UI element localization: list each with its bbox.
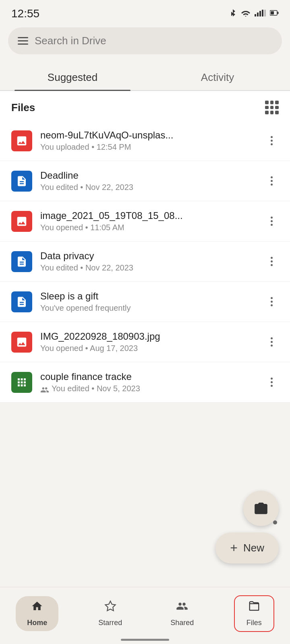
file-name: Sleep is a gift [40,291,264,302]
svg-rect-6 [278,12,279,14]
list-item[interactable]: Deadline You edited • Nov 22, 2023 [0,161,290,201]
nav-label-shared: Shared [170,619,194,627]
more-options-button[interactable] [264,254,279,269]
file-info: Sleep is a gift You've opened frequently [40,291,264,313]
nav-label-starred: Starred [98,619,122,627]
svg-rect-1 [257,12,259,17]
list-item[interactable]: image_2021_05_19T08_15_08... You opened … [0,201,290,242]
file-icon-image [11,130,32,151]
star-icon [104,600,116,615]
menu-icon[interactable] [18,37,28,45]
file-icon-image [11,211,32,232]
file-meta: You opened • Aug 17, 2023 [40,344,264,353]
shared-indicator-icon [40,385,49,392]
status-icons [229,8,279,19]
more-options-button[interactable] [264,295,279,309]
file-meta: You edited • Nov 22, 2023 [40,263,264,272]
file-name: Data privacy [40,250,264,262]
file-name: neom-9uL7tKuVAqO-unsplas... [40,130,264,141]
file-name: couple finance tracke [40,371,264,382]
plus-icon: + [230,541,238,555]
file-icon-doc [11,171,32,192]
tab-activity[interactable]: Activity [145,62,290,90]
file-info: image_2021_05_19T08_15_08... You opened … [40,210,264,232]
signal-icon [255,9,266,19]
battery-icon [270,9,279,19]
more-options-button[interactable] [264,174,279,188]
file-icon-sheets [11,372,32,393]
more-options-button[interactable] [264,335,279,349]
files-section-title: Files [11,101,35,114]
file-icon-image [11,332,32,353]
list-item[interactable]: IMG_20220928_180903.jpg You opened • Aug… [0,322,290,362]
status-time: 12:55 [11,7,39,20]
file-list: neom-9uL7tKuVAqO-unsplas... You uploaded… [0,121,290,402]
bottom-nav: Home Starred Shared Files [0,587,290,644]
search-placeholder: Search in Drive [35,35,106,47]
nav-item-starred[interactable]: Starred [90,596,130,631]
camera-scan-button[interactable] [243,491,279,526]
more-options-button[interactable] [264,214,279,229]
file-info: Data privacy You edited • Nov 22, 2023 [40,250,264,272]
file-meta: You edited • Nov 22, 2023 [40,183,264,192]
new-button[interactable]: + New [215,533,279,564]
nav-item-files[interactable]: Files [234,595,274,632]
file-icon-doc [11,291,32,312]
file-info: couple finance tracke You edited • Nov 5… [40,371,264,393]
svg-rect-4 [264,10,266,17]
files-icon [248,600,260,615]
home-icon [31,600,43,615]
nav-label-files: Files [246,619,262,627]
list-item[interactable]: neom-9uL7tKuVAqO-unsplas... You uploaded… [0,121,290,161]
svg-rect-7 [271,11,274,14]
svg-rect-3 [262,10,263,17]
file-meta: You've opened frequently [40,303,264,313]
nav-item-home[interactable]: Home [16,596,58,631]
tabs-container: Suggested Activity [0,62,290,91]
svg-rect-0 [255,14,256,17]
list-item[interactable]: Sleep is a gift You've opened frequently [0,282,290,322]
more-options-button[interactable] [264,134,279,148]
status-bar: 12:55 [0,0,290,24]
more-options-button[interactable] [264,375,279,390]
list-item[interactable]: Data privacy You edited • Nov 22, 2023 [0,242,290,282]
svg-rect-2 [259,11,261,17]
file-meta: You uploaded • 12:54 PM [40,142,264,152]
nav-label-home: Home [27,619,47,627]
grid-view-icon[interactable] [265,101,279,114]
file-info: neom-9uL7tKuVAqO-unsplas... You uploaded… [40,130,264,152]
search-bar[interactable]: Search in Drive [8,27,282,54]
file-info: Deadline You edited • Nov 22, 2023 [40,170,264,192]
file-name: image_2021_05_19T08_15_08... [40,210,264,221]
list-item[interactable]: couple finance tracke You edited • Nov 5… [0,362,290,402]
file-name: Deadline [40,170,264,181]
bluetooth-icon [229,8,237,19]
fab-container: + New [215,491,279,564]
new-button-label: New [243,542,264,554]
file-icon-doc [11,251,32,272]
files-header: Files [0,91,290,121]
file-meta: You opened • 11:05 AM [40,223,264,232]
file-name: IMG_20220928_180903.jpg [40,331,264,342]
tab-suggested[interactable]: Suggested [0,62,145,90]
file-meta: You edited • Nov 5, 2023 [40,384,264,393]
file-info: IMG_20220928_180903.jpg You opened • Aug… [40,331,264,353]
home-indicator [121,639,169,641]
wifi-icon [241,9,251,19]
shared-icon [176,600,188,615]
nav-item-shared[interactable]: Shared [162,596,202,631]
